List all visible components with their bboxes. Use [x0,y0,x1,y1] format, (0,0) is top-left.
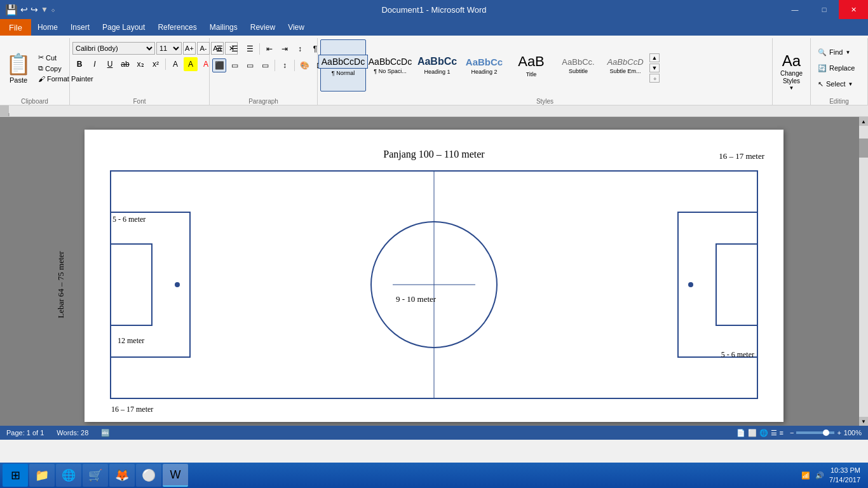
replace-icon: 🔄 [818,64,827,72]
zoom-control: − + 100% [790,429,862,437]
style-no-spacing-label: ¶ No Spaci... [374,68,406,74]
highlight-button[interactable]: A [184,57,198,71]
text-effects-button[interactable]: A [168,57,182,71]
style-subtle-em[interactable]: AaBbCcD Subtle Em... [602,39,648,92]
font-name-select[interactable]: Calibri (Body) [72,42,155,55]
left-12-label: 12 meter [118,336,144,346]
scroll-up-button[interactable]: ▲ [859,117,868,126]
justify-button[interactable]: ▭ [258,58,272,72]
taskbar-word[interactable]: W [163,464,188,487]
strikethrough-button[interactable]: ab [118,57,132,71]
center-h-line [393,285,475,285]
taskbar-clock: 10:33 PM 7/14/2017 [829,466,860,485]
shading-button[interactable]: 🎨 [297,58,311,72]
right-16-17-label: 16 – 17 meter [719,151,764,161]
replace-button[interactable]: 🔄 Replace [813,62,859,75]
sort-button[interactable]: ↕ [293,42,307,56]
document-title: Panjang 100 – 110 meter [110,149,758,160]
style-normal-label: ¶ Normal [332,70,355,76]
multilevel-list-button[interactable]: ☰ [243,42,257,56]
view-outline-icon[interactable]: ☰ [771,429,777,437]
taskbar-chrome[interactable]: ⚪ [136,464,161,487]
select-button[interactable]: ↖ Select ▼ [813,78,858,91]
zoom-out-button[interactable]: − [790,429,794,437]
style-normal[interactable]: AaBbCcDc ¶ Normal [320,39,366,92]
decrease-indent-button[interactable]: ⇤ [262,42,276,56]
word-count: Words: 28 [57,429,88,437]
menu-references[interactable]: References [151,20,203,34]
menu-insert[interactable]: Insert [64,20,96,34]
paste-button[interactable]: 📋 Paste [3,49,34,87]
left-goal-area [111,243,153,326]
font-shrink-button[interactable]: A- [197,42,210,55]
maximize-btn[interactable]: □ [810,0,839,19]
taskbar-ie[interactable]: 🌐 [56,464,81,487]
change-styles-group-label [775,104,808,105]
menu-home[interactable]: Home [31,20,64,34]
minimize-btn[interactable]: — [780,0,810,19]
subscript-button[interactable]: x₂ [133,57,147,71]
style-subtle-em-label: Subtle Em... [609,68,641,74]
football-field: 5 - 6 meter 12 meter 9 - 10 meter 5 - 6 … [110,170,758,399]
menu-review[interactable]: Review [244,20,281,34]
style-title-label: Title [526,71,537,78]
scroll-down-button[interactable]: ▼ [859,417,868,426]
zoom-slider[interactable] [796,431,834,434]
vertical-scrollbar[interactable]: ▲ ▼ [859,117,868,426]
network-icon: 📶 [801,471,810,480]
file-tab[interactable]: File [0,19,31,36]
align-left-button[interactable]: ⬛ [212,58,226,72]
paintbrush-icon: 🖌 [38,75,45,83]
style-heading2[interactable]: AaBbCc Heading 2 [461,39,507,92]
editing-label: Editing [813,97,865,105]
editing-group: 🔍 Find ▼ 🔄 Replace ↖ Select ▼ Editing [811,38,868,105]
taskbar-explorer[interactable]: 📁 [29,464,55,487]
style-heading2-preview: AaBbCc [466,57,503,67]
style-no-spacing[interactable]: AaBbCcDc ¶ No Spaci... [367,39,413,92]
change-styles-button[interactable]: Aa ChangeStyles ▼ [775,46,808,98]
styles-down-arrow[interactable]: ▼ [649,64,660,72]
menu-view[interactable]: View [281,20,311,34]
view-fullscreen-icon[interactable]: ⬜ [748,429,757,437]
underline-button[interactable]: U [103,57,117,71]
change-styles-arrow: ▼ [789,85,794,91]
zoom-in-button[interactable]: + [837,429,841,437]
taskbar-app1[interactable]: 🛒 [83,464,108,487]
svg-rect-0 [0,105,9,117]
menu-mailings[interactable]: Mailings [203,20,244,34]
paragraph-group: ☰ ☰ ☰ ⇤ ⇥ ↕ ¶ ⬛ ▭ ▭ ▭ ↕ 🎨 ⊡ Paragraph [210,38,318,105]
increase-indent-button[interactable]: ⇥ [278,42,292,56]
bold-button[interactable]: B [72,57,86,71]
superscript-button[interactable]: x² [149,57,163,71]
close-btn[interactable]: ✕ [839,0,868,19]
style-subtitle[interactable]: AaBbCc. Subtitle [555,39,601,92]
align-right-button[interactable]: ▭ [243,58,257,72]
bullets-button[interactable]: ☰ [212,42,226,56]
view-web-icon[interactable]: 🌐 [759,429,768,437]
clipboard-label: Clipboard [3,97,67,105]
paste-icon: 📋 [6,52,31,76]
start-button[interactable]: ⊞ [3,464,28,487]
taskbar-firefox[interactable]: 🦊 [109,464,135,487]
style-no-spacing-preview: AaBbCcDc [369,57,412,67]
copy-icon: ⧉ [38,64,43,72]
view-draft-icon[interactable]: ≡ [780,429,783,437]
paste-label: Paste [10,76,27,84]
styles-more-arrow[interactable]: ⬦ [649,74,660,83]
styles-scroll[interactable]: ▲ ▼ ⬦ [649,39,660,97]
style-title[interactable]: AaB Title [508,39,554,92]
find-button[interactable]: 🔍 Find ▼ [813,46,855,59]
font-grow-button[interactable]: A+ [183,42,196,55]
numbering-button[interactable]: ☰ [227,42,241,56]
taskbar: ⊞ 📁 🌐 🛒 🦊 ⚪ W 📶 🔊 10:33 PM 7/14/2017 [0,463,868,488]
italic-button[interactable]: I [88,57,102,71]
font-size-select[interactable]: 11 [156,42,182,55]
change-styles-label: ChangeStyles [780,70,803,85]
align-center-button[interactable]: ▭ [227,58,241,72]
line-spacing-button[interactable]: ↕ [278,58,292,72]
style-heading1[interactable]: AaBbCc Heading 1 [414,39,460,92]
view-print-icon[interactable]: 📄 [736,429,745,437]
center-9-10-label: 9 - 10 meter [396,294,436,304]
menu-page-layout[interactable]: Page Layout [96,20,151,34]
styles-up-arrow[interactable]: ▲ [649,53,660,62]
